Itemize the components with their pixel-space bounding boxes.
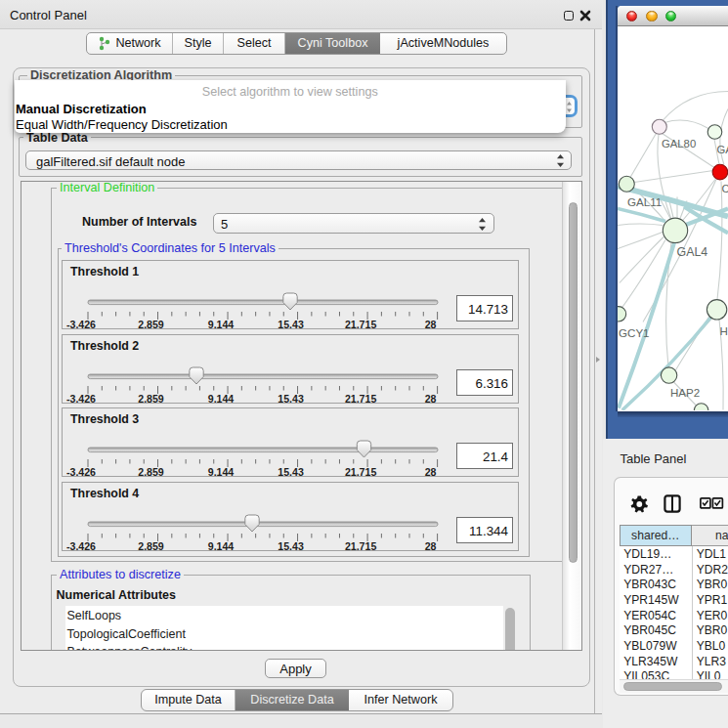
svg-text:-3.426: -3.426 — [66, 466, 96, 478]
svg-text:GCY1: GCY1 — [619, 326, 650, 339]
svg-text:GAL4: GAL4 — [676, 245, 707, 259]
svg-text:28: 28 — [425, 318, 437, 329]
svg-text:HAP2: HAP2 — [670, 386, 700, 399]
svg-text:GA: GA — [716, 144, 728, 155]
svg-text:21.715: 21.715 — [345, 539, 377, 551]
svg-text:-3.426: -3.426 — [66, 318, 96, 329]
svg-text:9.144: 9.144 — [208, 539, 235, 551]
svg-text:9.144: 9.144 — [208, 392, 235, 404]
svg-text:2.859: 2.859 — [138, 539, 164, 551]
svg-text:28: 28 — [425, 466, 437, 478]
svg-text:HI: HI — [719, 324, 728, 337]
svg-text:-3.426: -3.426 — [66, 392, 96, 404]
svg-text:2.859: 2.859 — [138, 318, 164, 329]
svg-text:GAL80: GAL80 — [662, 138, 696, 150]
svg-text:2.859: 2.859 — [138, 392, 164, 404]
svg-text:28: 28 — [425, 392, 437, 404]
svg-text:15.43: 15.43 — [278, 539, 304, 551]
svg-text:15.43: 15.43 — [278, 318, 304, 329]
svg-text:21.715: 21.715 — [345, 466, 377, 478]
svg-text:9.144: 9.144 — [208, 466, 235, 478]
svg-text:GAL11: GAL11 — [627, 195, 662, 208]
svg-text:21.715: 21.715 — [345, 392, 377, 404]
svg-text:-3.426: -3.426 — [66, 539, 96, 551]
svg-text:15.43: 15.43 — [278, 466, 304, 478]
svg-text:15.43: 15.43 — [278, 392, 304, 404]
svg-text:CY: CY — [721, 183, 728, 194]
svg-text:2.859: 2.859 — [138, 466, 164, 478]
svg-text:9.144: 9.144 — [208, 318, 235, 329]
svg-text:21.715: 21.715 — [345, 318, 377, 329]
svg-text:28: 28 — [425, 539, 437, 551]
